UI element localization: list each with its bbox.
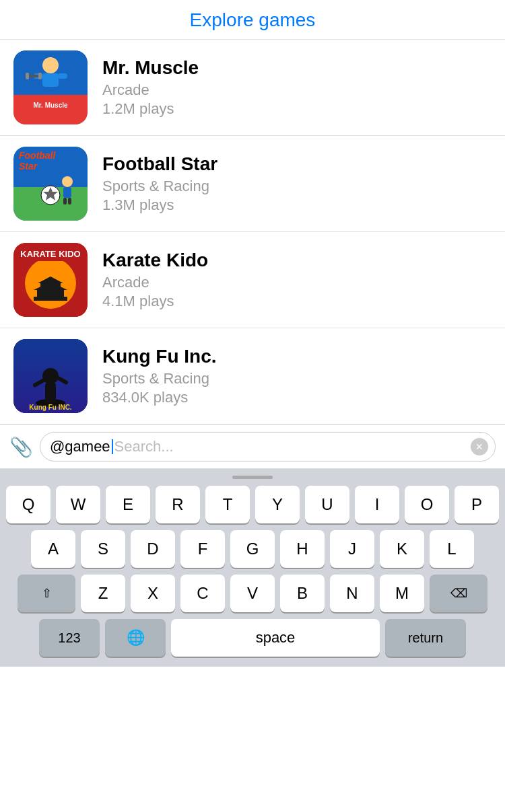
key-u[interactable]: U xyxy=(305,486,349,523)
keyboard: Q W E R T Y U I O P A S D F G H J K L ⇧ … xyxy=(0,469,505,667)
attachment-icon[interactable]: 📎 xyxy=(9,436,33,458)
key-shift[interactable]: ⇧ xyxy=(18,575,75,612)
svg-rect-7 xyxy=(26,73,29,79)
svg-rect-8 xyxy=(38,73,42,79)
key-b[interactable]: B xyxy=(280,575,325,612)
game-genre-karate-kido: Arcade xyxy=(102,274,208,291)
svg-text:Mr. Muscle: Mr. Muscle xyxy=(33,102,68,109)
keyboard-row-2: A S D F G H J K L xyxy=(3,530,502,568)
key-a[interactable]: A xyxy=(31,530,75,568)
key-w[interactable]: W xyxy=(56,486,100,523)
key-s[interactable]: S xyxy=(81,530,125,568)
keyboard-row-1: Q W E R T Y U I O P xyxy=(3,486,502,523)
key-globe[interactable]: 🌐 xyxy=(105,619,166,657)
game-plays-kung-fu-inc: 834.0K plays xyxy=(102,389,217,406)
key-x[interactable]: X xyxy=(131,575,175,612)
game-item-kung-fu-inc[interactable]: Kung Fu INC. Kung Fu Inc. Sports & Racin… xyxy=(0,328,505,425)
game-thumbnail-mr-muscle: Mr. Muscle xyxy=(13,50,88,124)
search-prefix: @gamee xyxy=(50,438,110,455)
game-thumbnail-kung-fu-inc: Kung Fu INC. xyxy=(13,339,88,413)
key-c[interactable]: C xyxy=(180,575,225,612)
svg-rect-32 xyxy=(45,383,56,403)
game-info-karate-kido: Karate Kido Arcade 4.1M plays xyxy=(102,250,208,310)
search-bar-container: 📎 @gamee Search... ✕ xyxy=(0,425,505,469)
svg-text:Star: Star xyxy=(19,161,38,172)
key-r[interactable]: R xyxy=(156,486,200,523)
game-plays-mr-muscle: 1.2M plays xyxy=(102,100,199,118)
keyboard-swipe-bar xyxy=(232,476,273,479)
key-space[interactable]: space xyxy=(171,619,380,657)
key-f[interactable]: F xyxy=(180,530,225,568)
game-info-football-star: Football Star Sports & Racing 1.3M plays xyxy=(102,153,217,214)
key-i[interactable]: I xyxy=(355,486,399,523)
game-title-karate-kido: Karate Kido xyxy=(102,250,208,271)
game-item-football-star[interactable]: Football Star Football Star Sports & Rac… xyxy=(0,136,505,232)
svg-text:KARATE KIDO: KARATE KIDO xyxy=(20,249,80,259)
key-q[interactable]: Q xyxy=(6,486,50,523)
game-info-mr-muscle: Mr. Muscle Arcade 1.2M plays xyxy=(102,57,199,118)
key-k[interactable]: K xyxy=(380,530,424,568)
key-t[interactable]: T xyxy=(205,486,250,523)
game-plays-football-star: 1.3M plays xyxy=(102,196,217,214)
key-v[interactable]: V xyxy=(230,575,275,612)
key-j[interactable]: J xyxy=(330,530,374,568)
key-m[interactable]: M xyxy=(380,575,424,612)
game-info-kung-fu-inc: Kung Fu Inc. Sports & Racing 834.0K play… xyxy=(102,346,217,406)
key-e[interactable]: E xyxy=(106,486,150,523)
svg-point-2 xyxy=(42,57,59,73)
svg-rect-25 xyxy=(40,283,61,291)
key-d[interactable]: D xyxy=(131,530,175,568)
search-input-wrapper[interactable]: @gamee Search... ✕ xyxy=(40,432,496,462)
svg-rect-3 xyxy=(42,73,59,87)
explore-title: Explore games xyxy=(190,9,316,30)
svg-rect-17 xyxy=(63,187,71,198)
game-title-mr-muscle: Mr. Muscle xyxy=(102,57,199,79)
key-y[interactable]: Y xyxy=(255,486,300,523)
key-l[interactable]: L xyxy=(430,530,474,568)
key-delete[interactable]: ⌫ xyxy=(430,575,487,612)
svg-rect-19 xyxy=(68,198,71,205)
keyboard-row-3: ⇧ Z X C V B N M ⌫ xyxy=(3,575,502,612)
game-title-kung-fu-inc: Kung Fu Inc. xyxy=(102,346,217,367)
game-genre-kung-fu-inc: Sports & Racing xyxy=(102,370,217,387)
game-genre-football-star: Sports & Racing xyxy=(102,178,217,195)
svg-point-33 xyxy=(42,368,59,384)
svg-text:Football: Football xyxy=(19,150,57,161)
game-title-football-star: Football Star xyxy=(102,153,217,175)
svg-rect-5 xyxy=(58,73,67,79)
game-list: Mr. Muscle Mr. Muscle Arcade 1.2M plays … xyxy=(0,40,505,425)
key-z[interactable]: Z xyxy=(81,575,125,612)
svg-rect-1 xyxy=(13,95,88,124)
search-clear-button[interactable]: ✕ xyxy=(471,438,488,455)
svg-point-16 xyxy=(62,176,73,187)
key-o[interactable]: O xyxy=(405,486,449,523)
key-h[interactable]: H xyxy=(280,530,325,568)
key-return[interactable]: return xyxy=(385,619,466,657)
game-item-karate-kido[interactable]: KARATE KIDO Karate Kido Arcade 4.1M play… xyxy=(0,232,505,328)
svg-rect-18 xyxy=(63,198,67,205)
search-placeholder: Search... xyxy=(114,438,174,455)
game-thumbnail-football-star: Football Star xyxy=(13,147,88,221)
keyboard-row-4: 123 🌐 space return xyxy=(3,619,502,657)
game-genre-mr-muscle: Arcade xyxy=(102,81,199,99)
explore-header: Explore games xyxy=(0,0,505,40)
key-p[interactable]: P xyxy=(454,486,499,523)
svg-text:Kung Fu INC.: Kung Fu INC. xyxy=(29,404,72,411)
key-n[interactable]: N xyxy=(330,575,374,612)
search-cursor xyxy=(112,439,113,454)
game-thumbnail-karate-kido: KARATE KIDO xyxy=(13,243,88,317)
game-item-mr-muscle[interactable]: Mr. Muscle Mr. Muscle Arcade 1.2M plays xyxy=(0,40,505,136)
key-g[interactable]: G xyxy=(230,530,275,568)
game-plays-karate-kido: 4.1M plays xyxy=(102,293,208,310)
key-numbers[interactable]: 123 xyxy=(39,619,100,657)
